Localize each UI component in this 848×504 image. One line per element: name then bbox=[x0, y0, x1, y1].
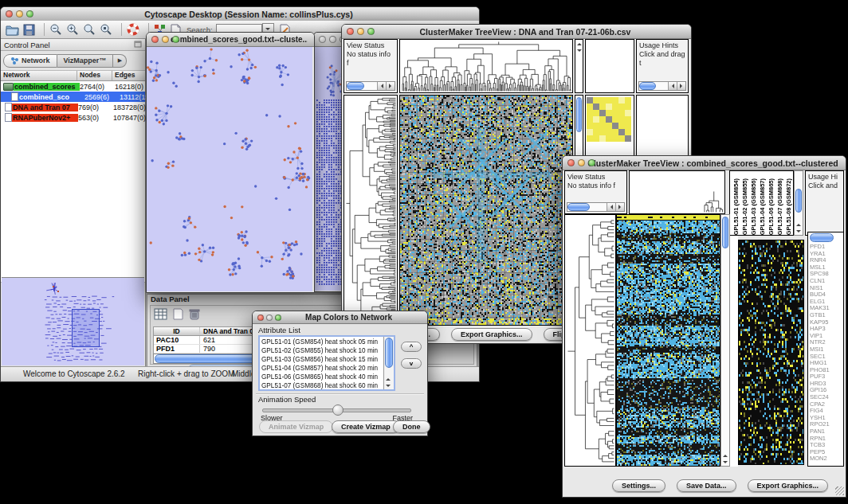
network-overview-panel[interactable] bbox=[2, 277, 144, 366]
attribute-item[interactable]: GPL51-04 (GSM857) heat shock 20 min bbox=[261, 364, 394, 373]
zoom-fit-button[interactable] bbox=[83, 23, 96, 36]
column-label[interactable]: GPL51-02 (GSM855) bbox=[741, 178, 749, 235]
treeview-dna-titlebar[interactable]: ClusterMaker TreeView : DNA and Tran 07-… bbox=[342, 25, 691, 39]
animate-vizmap-button[interactable]: Animate Vizmap bbox=[259, 420, 333, 433]
scroll-left-button[interactable] bbox=[607, 203, 615, 211]
scrollbar-thumb[interactable] bbox=[385, 338, 393, 368]
done-button[interactable]: Done bbox=[393, 420, 430, 433]
network-canvas[interactable] bbox=[147, 47, 312, 291]
column-id[interactable]: ID bbox=[154, 327, 200, 335]
treeview-button[interactable]: Settings... bbox=[612, 479, 665, 492]
create-vizmap-button[interactable]: Create Vizmap bbox=[332, 420, 400, 433]
scroll-right-button[interactable] bbox=[386, 82, 395, 90]
attribute-table-icon[interactable] bbox=[154, 308, 167, 323]
minimize-button[interactable] bbox=[578, 159, 585, 166]
close-button[interactable] bbox=[257, 315, 264, 321]
treeview-button[interactable]: Save Data... bbox=[677, 479, 736, 492]
scrollbar-thumb[interactable] bbox=[810, 233, 834, 242]
scrollbar-thumb[interactable] bbox=[567, 203, 590, 211]
column-label[interactable]: GPL51-07 (GSM868) bbox=[776, 178, 784, 235]
close-button[interactable] bbox=[567, 159, 575, 166]
zoom-button[interactable] bbox=[588, 159, 595, 166]
zoom-button[interactable] bbox=[172, 36, 179, 43]
column-label[interactable]: GPL51-01 (GSM854) bbox=[732, 178, 740, 235]
column-scroll-strip[interactable] bbox=[575, 39, 583, 93]
close-button[interactable] bbox=[347, 28, 354, 35]
scrollbar-thumb[interactable] bbox=[722, 217, 728, 248]
scrollbar-thumb[interactable] bbox=[576, 97, 582, 132]
scroll-left-button[interactable] bbox=[377, 82, 386, 90]
overview-viewport-rect[interactable] bbox=[72, 309, 100, 347]
column-label[interactable]: GPL51-04 (GSM857) bbox=[759, 178, 767, 235]
zoom-selected-button[interactable] bbox=[100, 23, 112, 36]
view-status-hscrollbar[interactable] bbox=[567, 202, 625, 212]
tv2-row-dendro[interactable] bbox=[565, 215, 615, 466]
tab-network[interactable]: Network bbox=[3, 54, 57, 68]
network-table-row[interactable]: DNA and Tran 07 769(0) 183728(0) bbox=[1, 102, 145, 112]
animation-speed-slider[interactable] bbox=[262, 408, 411, 412]
column-labels-vscrollbar[interactable] bbox=[794, 170, 803, 236]
attribute-list-vscrollbar[interactable] bbox=[383, 337, 394, 389]
column-header-edges[interactable]: Edges bbox=[112, 71, 145, 80]
delete-attribute-trash-icon[interactable] bbox=[189, 308, 200, 323]
gene-label[interactable]: MON2 bbox=[810, 455, 843, 463]
scrollbar-thumb[interactable] bbox=[347, 82, 364, 90]
scrollbar-thumb[interactable] bbox=[795, 189, 802, 213]
zoom-button[interactable] bbox=[26, 10, 33, 18]
move-up-button[interactable]: ^ bbox=[401, 342, 422, 352]
minimize-button[interactable] bbox=[16, 10, 23, 18]
move-down-button[interactable]: v bbox=[401, 358, 422, 369]
close-button[interactable] bbox=[319, 36, 326, 43]
treeview-combined-titlebar[interactable]: ClusterMaker TreeView : combined_scores_… bbox=[563, 156, 846, 170]
main-window-titlebar[interactable]: Cytoscape Desktop (Session Name: collins… bbox=[1, 7, 479, 21]
dialog-titlebar[interactable]: Map Colors to Network bbox=[253, 311, 427, 324]
gene-labels-hscrollbar[interactable] bbox=[810, 233, 842, 242]
column-header-nodes[interactable]: Nodes bbox=[77, 71, 112, 80]
attribute-item[interactable]: GPL51-07 (GSM868) heat shock 60 min bbox=[261, 381, 394, 390]
network-table-row[interactable]: RNAPuberNov2+ 563(0) 107847(0) bbox=[1, 112, 145, 123]
tv2-top-dendro[interactable] bbox=[630, 171, 724, 213]
network-table-row[interactable]: combined_sco 2569(6) 13112(15) bbox=[1, 92, 145, 102]
close-button[interactable] bbox=[151, 36, 159, 43]
treeview-button[interactable]: Export Graphics... bbox=[451, 328, 532, 341]
zoom-in-button[interactable] bbox=[66, 23, 79, 36]
save-session-button[interactable] bbox=[23, 24, 35, 36]
tv1-row-dendro[interactable] bbox=[344, 96, 397, 325]
network-table-row[interactable]: combined_scores 2764(0) 16218(0) bbox=[1, 81, 145, 92]
new-attribute-icon[interactable] bbox=[173, 308, 183, 323]
float-panel-icon[interactable] bbox=[134, 41, 142, 49]
column-header-network[interactable]: Network bbox=[1, 71, 77, 80]
tab-overflow-button[interactable]: ▶ bbox=[113, 54, 127, 68]
column-label[interactable]: GPL51-08 (GSM872) bbox=[785, 178, 793, 235]
zoom-button[interactable] bbox=[367, 28, 375, 35]
attribute-item[interactable]: GPL51-03 (GSM856) heat shock 15 min bbox=[261, 355, 394, 364]
minimize-button[interactable] bbox=[266, 315, 273, 321]
similarity-matrix[interactable] bbox=[587, 97, 634, 142]
tv1-top-dendro[interactable] bbox=[400, 40, 572, 92]
scroll-right-button[interactable] bbox=[615, 203, 624, 211]
treeview-button[interactable]: Export Graphics... bbox=[748, 479, 829, 492]
network-window-titlebar[interactable]: combined_scores_good.txt--cluste... bbox=[147, 33, 314, 47]
resize-grip[interactable] bbox=[835, 486, 844, 495]
column-label[interactable]: GPL51-06 (GSM865) bbox=[768, 178, 775, 235]
scrollbar-thumb[interactable] bbox=[639, 82, 656, 90]
tv2-heatmap-main[interactable] bbox=[617, 215, 720, 466]
open-session-button[interactable] bbox=[6, 24, 19, 36]
attribute-item[interactable]: GPL51-02 (GSM855) heat shock 10 min bbox=[261, 346, 394, 355]
minimize-button[interactable] bbox=[162, 36, 169, 43]
view-status-hscrollbar[interactable] bbox=[346, 81, 395, 91]
tv1-heatmap[interactable] bbox=[400, 96, 572, 325]
slider-thumb[interactable] bbox=[332, 404, 344, 416]
column-label[interactable]: GPL51-03 (GSM856) bbox=[750, 178, 758, 235]
heatmap-vscrollbar[interactable] bbox=[720, 214, 730, 467]
help-lifering-icon[interactable] bbox=[127, 23, 139, 36]
zoom-out-button[interactable] bbox=[49, 23, 62, 36]
minimize-button[interactable] bbox=[357, 28, 364, 35]
tv2-heatmap-right[interactable] bbox=[739, 240, 803, 464]
usage-hints-hscrollbar[interactable] bbox=[638, 81, 686, 91]
zoom-button[interactable] bbox=[275, 315, 281, 321]
scroll-left-button[interactable] bbox=[668, 82, 677, 90]
close-button[interactable] bbox=[6, 10, 13, 18]
tab-vizmapper[interactable]: VizMapper™ bbox=[57, 54, 114, 68]
attribute-item[interactable]: GPL51-01 (GSM854) heat shock 05 min bbox=[261, 338, 394, 346]
